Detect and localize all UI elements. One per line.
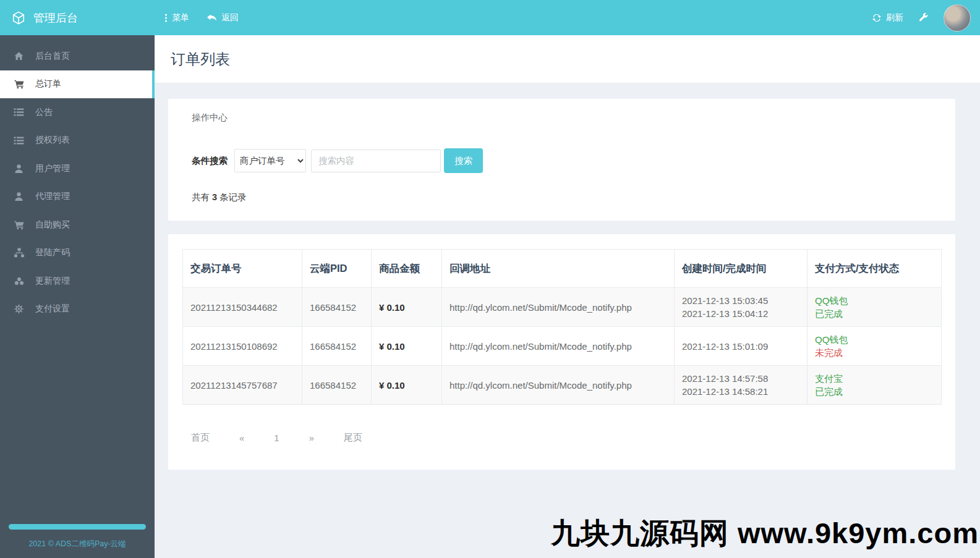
sidebar-item-label: 支付设置 xyxy=(35,303,70,315)
created-time: 2021-12-13 14:57:58 xyxy=(682,372,799,385)
sidebar-item-4[interactable]: 授权列表 xyxy=(0,127,155,155)
sidebar-item-label: 更新管理 xyxy=(35,276,70,287)
sidebar-item-8[interactable]: 登陆产码 xyxy=(0,239,155,268)
cell-pid: 166584152 xyxy=(302,288,372,327)
list-icon xyxy=(13,136,25,145)
pagination-prev[interactable]: « xyxy=(224,433,259,443)
search-field-select[interactable]: 商户订单号 xyxy=(234,149,306,172)
search-form: 条件搜索 商户订单号 搜索 xyxy=(192,148,932,173)
refresh-button[interactable]: 刷新 xyxy=(872,12,903,23)
pay-status: 未完成 xyxy=(815,346,934,359)
back-button[interactable]: 返回 xyxy=(207,12,239,23)
pagination-next[interactable]: » xyxy=(294,433,329,443)
orders-table-body: 20211213150344682166584152¥ 0.10http://q… xyxy=(183,288,942,405)
app-brand[interactable]: 管理后台 xyxy=(0,11,155,25)
cell-order-no: 20211213150344682 xyxy=(183,288,302,327)
sidebar-scroll-pill[interactable] xyxy=(9,524,146,530)
sidebar-item-label: 总订单 xyxy=(35,78,61,90)
records-suffix: 条记录 xyxy=(219,192,247,202)
column-header: 回调地址 xyxy=(442,250,675,288)
back-label: 返回 xyxy=(221,12,239,23)
pay-method: QQ钱包 xyxy=(815,294,934,307)
cell-amount: ¥ 0.10 xyxy=(372,366,442,405)
search-condition-label: 条件搜索 xyxy=(192,155,228,167)
page-title: 订单列表 xyxy=(171,49,230,69)
sidebar-item-7[interactable]: 自助购买 xyxy=(0,211,155,239)
topbar-left-links: 菜单 返回 xyxy=(155,12,239,23)
menu-toggle[interactable]: 菜单 xyxy=(164,12,189,23)
cell-pay-status: QQ钱包未完成 xyxy=(807,327,942,366)
sidebar-item-label: 后台首页 xyxy=(35,51,70,62)
sidebar-footer: 2021 © ADS二维码Pay-云端 xyxy=(0,524,155,558)
column-header: 云端PID xyxy=(302,250,372,288)
cell-pid: 166584152 xyxy=(302,366,372,405)
cloud-icon xyxy=(13,276,25,286)
cell-callback-url: http://qd.ylcom.net/Submit/Mcode_notify.… xyxy=(442,366,675,405)
table-row: 20211213145757687166584152¥ 0.10http://q… xyxy=(183,366,942,405)
sidebar-item-9[interactable]: 更新管理 xyxy=(0,267,155,295)
topbar: 管理后台 菜单 返回 刷新 xyxy=(0,0,980,35)
sidebar-item-label: 授权列表 xyxy=(35,135,70,146)
pagination: 首页 « 1 » 尾页 xyxy=(191,432,941,444)
search-input[interactable] xyxy=(311,150,441,172)
table-row: 20211213150108692166584152¥ 0.10http://q… xyxy=(183,327,942,366)
table-row: 20211213150344682166584152¥ 0.10http://q… xyxy=(183,288,942,327)
column-header: 支付方式/支付状态 xyxy=(807,250,942,288)
brand-title: 管理后台 xyxy=(33,11,78,25)
sidebar-item-10[interactable]: 支付设置 xyxy=(0,295,155,324)
column-header: 交易订单号 xyxy=(183,250,302,288)
cell-times: 2021-12-13 15:03:452021-12-13 15:04:12 xyxy=(675,288,807,327)
refresh-label: 刷新 xyxy=(886,12,903,23)
pay-method: QQ钱包 xyxy=(815,333,934,346)
sidebar-item-label: 代理管理 xyxy=(35,191,70,202)
layout: 后台首页总订单公告授权列表用户管理代理管理自助购买登陆产码更新管理支付设置 20… xyxy=(0,35,980,558)
sidebar-item-label: 用户管理 xyxy=(35,163,70,174)
list-icon xyxy=(13,108,25,117)
user-avatar[interactable] xyxy=(944,4,971,32)
pagination-first[interactable]: 首页 xyxy=(191,432,224,444)
cart-icon xyxy=(13,220,25,230)
sidebar-item-label: 公告 xyxy=(35,107,53,118)
cell-pay-status: 支付宝已完成 xyxy=(807,366,942,405)
wrench-icon[interactable] xyxy=(918,12,929,23)
copyright-text: 2021 © ADS二维码Pay-云端 xyxy=(0,539,155,549)
cell-callback-url: http://qd.ylcom.net/Submit/Mcode_notify.… xyxy=(442,327,675,366)
finished-time: 2021-12-13 15:04:12 xyxy=(682,307,799,320)
search-card: 操作中心 条件搜索 商户订单号 搜索 共有3条记录 xyxy=(168,99,955,221)
search-button[interactable]: 搜索 xyxy=(444,148,483,173)
table-header-row: 交易订单号云端PID商品金额回调地址创建时间/完成时间支付方式/支付状态 xyxy=(183,250,942,288)
main-area: 订单列表 操作中心 条件搜索 商户订单号 搜索 共有3条记录 xyxy=(155,35,980,558)
pagination-last[interactable]: 尾页 xyxy=(329,432,377,444)
created-time: 2021-12-13 15:03:45 xyxy=(682,294,799,307)
sidebar-item-2[interactable]: 总订单 xyxy=(0,70,155,99)
sidebar-item-3[interactable]: 公告 xyxy=(0,98,155,127)
sitemap-icon xyxy=(13,248,25,258)
records-summary: 共有3条记录 xyxy=(192,192,932,203)
cell-times: 2021-12-13 14:57:582021-12-13 14:58:21 xyxy=(675,366,807,405)
orders-card: 交易订单号云端PID商品金额回调地址创建时间/完成时间支付方式/支付状态 202… xyxy=(168,234,955,470)
sidebar-nav: 后台首页总订单公告授权列表用户管理代理管理自助购买登陆产码更新管理支付设置 xyxy=(0,42,155,323)
cell-times: 2021-12-13 15:01:09 xyxy=(675,327,807,366)
cell-pid: 166584152 xyxy=(302,327,372,366)
cart-icon xyxy=(13,79,25,89)
sidebar-item-5[interactable]: 用户管理 xyxy=(0,154,155,183)
cube-logo-icon xyxy=(12,11,25,25)
pagination-page-1[interactable]: 1 xyxy=(259,433,294,443)
created-time: 2021-12-13 15:01:09 xyxy=(682,340,799,353)
page-header: 订单列表 xyxy=(155,35,980,83)
sidebar: 后台首页总订单公告授权列表用户管理代理管理自助购买登陆产码更新管理支付设置 20… xyxy=(0,35,155,558)
vertical-dots-icon xyxy=(164,13,168,23)
orders-table: 交易订单号云端PID商品金额回调地址创建时间/完成时间支付方式/支付状态 202… xyxy=(182,249,942,405)
menu-label: 菜单 xyxy=(172,12,189,23)
home-icon xyxy=(13,51,25,61)
user-icon xyxy=(13,164,25,174)
content: 操作中心 条件搜索 商户订单号 搜索 共有3条记录 xyxy=(155,83,980,470)
sidebar-item-6[interactable]: 代理管理 xyxy=(0,183,155,211)
sidebar-item-1[interactable]: 后台首页 xyxy=(0,42,155,70)
user-icon xyxy=(13,192,25,201)
cell-amount: ¥ 0.10 xyxy=(372,288,442,327)
sidebar-item-label: 自助购买 xyxy=(35,219,70,230)
back-arrow-icon xyxy=(207,13,217,22)
column-header: 创建时间/完成时间 xyxy=(675,250,807,288)
gear-icon xyxy=(13,304,25,314)
